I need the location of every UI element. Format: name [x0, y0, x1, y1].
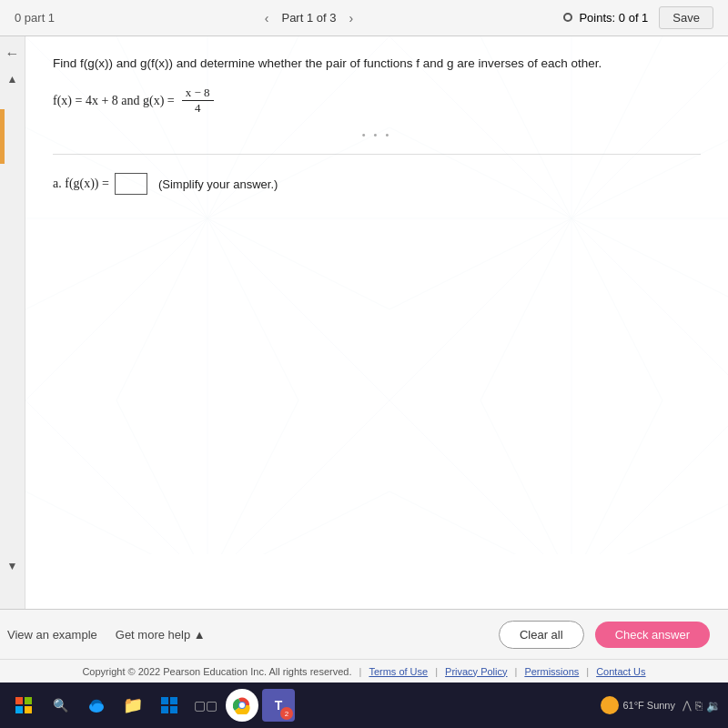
problem-instruction: Find f(g(x)) and g(f(x)) and determine w… — [53, 55, 701, 73]
get-more-help-link[interactable]: Get more help ▲ — [116, 628, 206, 642]
left-sidebar: ← ▲ ▼ — [0, 36, 25, 609]
bottom-right-buttons: Clear all Check answer — [499, 621, 710, 649]
start-button[interactable] — [7, 689, 40, 722]
svg-rect-23 — [170, 697, 177, 704]
dots-icon: • • • — [362, 129, 392, 140]
fraction-denominator: 4 — [191, 101, 205, 116]
edge-browser-icon[interactable] — [80, 689, 113, 722]
nav-right: Points: 0 of 1 Save — [563, 6, 713, 29]
contact-us-link[interactable]: Contact Us — [596, 666, 645, 677]
volume-icon[interactable]: 🔉 — [706, 699, 721, 713]
folder-icon[interactable]: 📁 — [116, 689, 149, 722]
system-icons: ⋀ ⎘ 🔉 — [682, 699, 721, 713]
svg-rect-17 — [15, 697, 23, 704]
top-navigation: 0 part 1 ‹ Part 1 of 3 › Points: 0 of 1 … — [0, 0, 728, 36]
svg-rect-24 — [161, 706, 168, 713]
fraction-numerator: x − 8 — [182, 86, 214, 101]
taskbar: 🔍 📁 ▢▢ — [0, 682, 728, 728]
points-display: Points: 0 of 1 — [563, 11, 649, 25]
sidebar-back-arrow[interactable]: ← — [5, 46, 20, 62]
svg-rect-18 — [25, 697, 32, 704]
bottom-left-links: View an example Get more help ▲ — [7, 628, 206, 642]
svg-rect-19 — [15, 706, 23, 713]
nav-center: ‹ Part 1 of 3 › — [259, 9, 359, 27]
next-arrow[interactable]: › — [343, 9, 359, 27]
sep-2: | — [435, 666, 438, 677]
scroll-down-indicator[interactable]: ▼ — [7, 560, 18, 572]
permissions-link[interactable]: Permissions — [524, 666, 579, 677]
part-a-label: a. f(g(x)) = — [53, 177, 109, 191]
svg-point-28 — [239, 703, 245, 708]
weather-sun-icon — [601, 696, 619, 714]
copyright-text: Copyright © 2022 Pearson Education Inc. … — [82, 666, 351, 677]
answer-input-field[interactable] — [115, 173, 147, 195]
points-circle-icon — [563, 13, 572, 22]
task-view-icon[interactable]: ▢▢ — [189, 689, 222, 722]
fraction-display: x − 8 4 — [182, 86, 214, 116]
part-indicator: Part 1 of 3 — [281, 11, 336, 25]
simplify-hint: (Simplify your answer.) — [158, 177, 278, 191]
function-f-text: f(x) = 4x + 8 and g(x) = — [53, 94, 175, 108]
svg-rect-22 — [161, 697, 168, 704]
points-text: Points: 0 of 1 — [579, 11, 648, 25]
sep-3: | — [515, 666, 518, 677]
weather-display[interactable]: 61°F Sunny — [601, 696, 675, 714]
teams-notification-badge: 2 — [280, 707, 293, 720]
chrome-icon[interactable] — [226, 689, 258, 722]
privacy-policy-link[interactable]: Privacy Policy — [445, 666, 507, 677]
search-taskbar-icon[interactable]: 🔍 — [44, 689, 76, 722]
prev-arrow[interactable]: ‹ — [259, 9, 275, 27]
main-content: Find f(g(x)) and g(f(x)) and determine w… — [25, 36, 728, 609]
system-tray-expand[interactable]: ⋀ — [682, 699, 692, 712]
clear-all-button[interactable]: Clear all — [499, 621, 584, 649]
terms-of-use-link[interactable]: Terms of Use — [369, 666, 428, 677]
sep-4: | — [586, 666, 589, 677]
windows-explorer-icon[interactable] — [153, 689, 186, 722]
copyright-bar: Copyright © 2022 Pearson Education Inc. … — [0, 659, 728, 682]
answer-row: a. f(g(x)) = (Simplify your answer.) — [53, 173, 701, 195]
weather-text: 61°F Sunny — [622, 700, 675, 711]
save-button[interactable]: Save — [659, 6, 713, 29]
teams-icon[interactable]: T 2 — [262, 689, 295, 722]
network-icon[interactable]: ⎘ — [695, 699, 703, 713]
sep-1: | — [359, 666, 362, 677]
orange-indicator-bar — [0, 109, 5, 164]
view-example-link[interactable]: View an example — [7, 628, 97, 642]
nav-part-label: 0 part 1 — [15, 11, 55, 25]
check-answer-button[interactable]: Check answer — [595, 622, 710, 648]
section-divider — [53, 154, 701, 155]
divider-dots: • • • — [53, 128, 701, 141]
function-definition: f(x) = 4x + 8 and g(x) = x − 8 4 — [53, 86, 701, 116]
scroll-up-indicator[interactable]: ▲ — [7, 73, 18, 86]
svg-rect-25 — [170, 706, 177, 713]
nav-left: 0 part 1 — [15, 11, 55, 25]
bottom-bar: View an example Get more help ▲ Clear al… — [0, 609, 728, 659]
content-area: ← ▲ ▼ — [0, 36, 728, 609]
taskbar-right: 61°F Sunny ⋀ ⎘ 🔉 — [601, 696, 721, 714]
svg-rect-20 — [25, 706, 32, 713]
